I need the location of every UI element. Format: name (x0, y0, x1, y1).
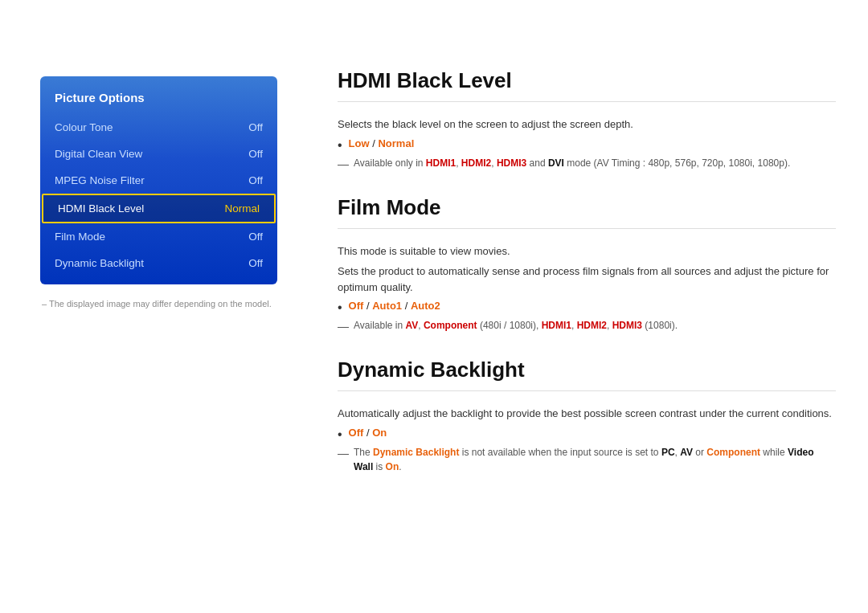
note-line: —Available in AV, Component (480i / 1080… (338, 318, 836, 335)
right-content: HDMI Black LevelSelects the black level … (338, 68, 836, 497)
menu-title: Picture Options (40, 84, 277, 114)
menu-item-hdmi-black-level[interactable]: HDMI Black LevelNormal (42, 194, 276, 223)
note-content: The Dynamic Backlight is not available w… (354, 445, 836, 474)
note-content: Available in AV, Component (480i / 1080i… (354, 318, 678, 333)
bullet-content: Off / On (349, 427, 387, 439)
note-dash: — (338, 156, 349, 173)
section-film-mode: Film ModeThis mode is suitable to view m… (338, 195, 836, 336)
section-desc: Automatically adjust the backlight to pr… (338, 406, 836, 422)
picture-options-menu: Picture Options Colour ToneOffDigital Cl… (40, 76, 277, 284)
note-line: —Available only in HDMI1, HDMI2, HDMI3 a… (338, 156, 836, 173)
note-line: —The Dynamic Backlight is not available … (338, 445, 836, 474)
menu-item-value: Off (248, 231, 263, 243)
section-desc2: Sets the product to automatically sense … (338, 264, 836, 295)
menu-item-value: Off (248, 174, 263, 186)
menu-item-value: Off (248, 148, 263, 160)
bullet-dot: • (338, 427, 342, 442)
note-dash: — (338, 318, 349, 335)
menu-item-dynamic-backlight[interactable]: Dynamic BacklightOff (40, 250, 277, 276)
section-desc: Selects the black level on the screen to… (338, 116, 836, 133)
section-divider (338, 228, 836, 229)
section-divider (338, 390, 836, 391)
menu-item-value: Normal (224, 202, 260, 215)
menu-item-value: Off (248, 121, 263, 133)
bullet-dot: • (338, 137, 342, 153)
section-title-hdmi-black-level: HDMI Black Level (338, 68, 836, 93)
menu-item-colour-tone[interactable]: Colour ToneOff (40, 114, 277, 141)
section-hdmi-black-level: HDMI Black LevelSelects the black level … (338, 68, 836, 173)
section-desc1: This mode is suitable to view movies. (338, 243, 836, 260)
footnote: – The displayed image may differ dependi… (40, 299, 277, 309)
bullet-content: Off / Auto1 / Auto2 (349, 300, 440, 312)
bullet-line: •Low / Normal (338, 137, 836, 153)
menu-item-film-mode[interactable]: Film ModeOff (40, 223, 277, 250)
left-panel: Picture Options Colour ToneOffDigital Cl… (40, 76, 277, 309)
section-title-film-mode: Film Mode (338, 195, 836, 220)
section-divider (338, 101, 836, 102)
bullet-dot: • (338, 300, 342, 315)
menu-item-label: Digital Clean View (55, 148, 142, 160)
note-content: Available only in HDMI1, HDMI2, HDMI3 an… (354, 156, 790, 170)
section-title-dynamic-backlight: Dynamic Backlight (338, 358, 836, 382)
bullet-line: •Off / On (338, 427, 836, 442)
menu-item-label: HDMI Black Level (58, 202, 144, 215)
bullet-content: Low / Normal (349, 137, 415, 149)
bullet-line: •Off / Auto1 / Auto2 (338, 300, 836, 315)
menu-item-mpeg-noise-filter[interactable]: MPEG Noise FilterOff (40, 167, 277, 194)
menu-item-label: Colour Tone (55, 121, 113, 133)
section-dynamic-backlight: Dynamic BacklightAutomatically adjust th… (338, 358, 836, 474)
menu-item-digital-clean-view[interactable]: Digital Clean ViewOff (40, 141, 277, 167)
menu-item-label: Dynamic Backlight (55, 257, 144, 269)
menu-item-label: Film Mode (55, 231, 105, 243)
menu-item-value: Off (248, 257, 263, 269)
note-dash: — (338, 445, 349, 462)
menu-item-label: MPEG Noise Filter (55, 174, 145, 186)
